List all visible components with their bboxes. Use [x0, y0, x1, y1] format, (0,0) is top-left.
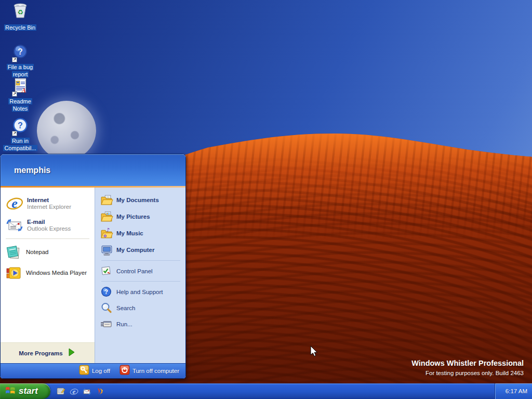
- windows-media-player-icon[interactable]: [96, 387, 104, 396]
- start-menu-pinned-column: e Internet Internet Explorer: [1, 188, 95, 363]
- start-menu-header: memphis: [1, 154, 185, 186]
- menu-item-label: Help and Support: [116, 289, 163, 295]
- internet-explorer-icon: e: [6, 194, 23, 212]
- desktop-icon-label: Recycle Bin: [3, 24, 37, 31]
- svg-text:e: e: [73, 388, 76, 395]
- green-arrow-icon: [67, 348, 76, 359]
- start-button-label: start: [19, 386, 38, 396]
- my-pictures-icon: [100, 210, 113, 223]
- start-menu-places-column: My Documents My Pictures: [95, 188, 185, 363]
- run-compatibility-icon: ? ↗: [12, 117, 29, 136]
- log-off-button[interactable]: Log off: [79, 365, 110, 377]
- menu-item-label: Control Panel: [116, 268, 153, 274]
- svg-text:?: ?: [18, 47, 23, 56]
- menu-item-internet[interactable]: e Internet Internet Explorer: [1, 192, 95, 214]
- recycle-bin-icon: ♻: [10, 1, 30, 23]
- menu-item-email[interactable]: E-mail Outlook Express: [1, 214, 95, 236]
- menu-item-label: Search: [116, 305, 135, 311]
- menu-item-subtitle: Outlook Express: [27, 225, 71, 232]
- menu-item-title: E-mail: [27, 218, 71, 225]
- readme-notes-icon: A ↗: [12, 77, 29, 97]
- help-support-icon: ?: [100, 286, 112, 298]
- watermark-edition: Windows Whistler Professional: [411, 359, 524, 367]
- menu-item-notepad[interactable]: Notepad: [1, 242, 95, 262]
- turn-off-label: Turn off computer: [132, 368, 179, 374]
- log-off-key-icon: [79, 365, 89, 377]
- svg-text:?: ?: [18, 121, 23, 130]
- menu-item-title: Internet: [27, 196, 71, 204]
- menu-item-label: My Music: [116, 230, 143, 236]
- log-off-label: Log off: [92, 368, 110, 374]
- desktop-icon-label: File a bug report: [3, 63, 37, 78]
- run-icon: [100, 318, 112, 330]
- menu-item-my-computer[interactable]: My Computer: [95, 242, 185, 258]
- menu-item-search[interactable]: Search: [95, 300, 185, 316]
- menu-item-windows-media-player[interactable]: Windows Media Player: [1, 262, 95, 283]
- menu-item-run[interactable]: Run...: [95, 316, 185, 332]
- start-menu-footer: Log off Turn off computer: [1, 363, 185, 378]
- desktop-icon-label: Run in Compatibil...: [3, 137, 37, 152]
- shortcut-arrow-icon: ↗: [12, 57, 17, 62]
- username: memphis: [14, 166, 50, 175]
- build-watermark: Windows Whistler Professional For testin…: [411, 359, 524, 376]
- control-panel-icon: [100, 265, 112, 277]
- bug-report-icon: ? ↗: [12, 44, 29, 62]
- menu-item-my-music[interactable]: ♪ My Music: [95, 225, 185, 242]
- start-menu: memphis e Internet Internet Explorer: [0, 154, 186, 379]
- desktop-icon-label: Readme Notes: [3, 98, 37, 112]
- windows-media-player-icon: [6, 265, 21, 281]
- taskbar-clock[interactable]: 6:17 AM: [506, 388, 527, 394]
- svg-text:?: ?: [104, 288, 108, 296]
- start-button[interactable]: start: [0, 383, 50, 399]
- more-programs-label: More Programs: [19, 350, 62, 356]
- windows-flag-icon: [5, 384, 16, 398]
- taskbar: start e: [0, 383, 532, 399]
- more-programs-button[interactable]: More Programs: [1, 342, 95, 363]
- outlook-express-icon: [6, 216, 23, 234]
- shortcut-arrow-icon: ↗: [12, 131, 17, 136]
- menu-item-title: Windows Media Player: [26, 270, 87, 276]
- menu-item-label: Run...: [116, 321, 132, 327]
- my-computer-icon: [100, 244, 113, 257]
- separator: [6, 238, 89, 239]
- search-icon: [100, 302, 112, 314]
- menu-item-label: My Documents: [116, 197, 159, 203]
- shortcut-arrow-icon: ↗: [12, 91, 17, 97]
- svg-text:e: e: [11, 196, 18, 211]
- my-music-icon: ♪: [100, 227, 113, 240]
- notepad-icon: [6, 244, 21, 260]
- desktop-icon-file-bug-report[interactable]: ? ↗ File a bug report: [0, 44, 41, 78]
- show-desktop-icon[interactable]: [57, 387, 65, 396]
- desktop-icon-recycle-bin[interactable]: ♻ Recycle Bin: [0, 1, 41, 31]
- system-tray: 6:17 AM: [495, 383, 532, 399]
- desktop-icon-readme-notes[interactable]: A ↗ Readme Notes: [0, 77, 41, 112]
- separator: [101, 260, 180, 261]
- outlook-express-icon[interactable]: [83, 387, 91, 396]
- menu-item-subtitle: Internet Explorer: [27, 204, 71, 210]
- internet-explorer-icon[interactable]: e: [70, 387, 78, 396]
- menu-item-help-and-support[interactable]: ? Help and Support: [95, 284, 185, 300]
- my-documents-icon: [100, 194, 113, 207]
- watermark-build: For testing purposes only. Build 2463: [411, 370, 524, 376]
- menu-item-title: Notepad: [26, 249, 48, 255]
- desktop-icon-run-compatibility[interactable]: ? ↗ Run in Compatibil...: [0, 117, 41, 152]
- menu-item-label: My Pictures: [116, 214, 150, 220]
- svg-text:A: A: [21, 87, 26, 94]
- moon-image: [37, 101, 96, 160]
- separator: [101, 281, 180, 282]
- menu-item-my-documents[interactable]: My Documents: [95, 192, 185, 208]
- menu-item-control-panel[interactable]: Control Panel: [95, 263, 185, 279]
- svg-text:♻: ♻: [17, 8, 23, 16]
- menu-item-my-pictures[interactable]: My Pictures: [95, 208, 185, 225]
- menu-item-label: My Computer: [116, 247, 154, 253]
- turn-off-computer-button[interactable]: Turn off computer: [119, 365, 179, 377]
- quick-launch-bar: e: [57, 387, 104, 396]
- power-icon: [119, 365, 130, 377]
